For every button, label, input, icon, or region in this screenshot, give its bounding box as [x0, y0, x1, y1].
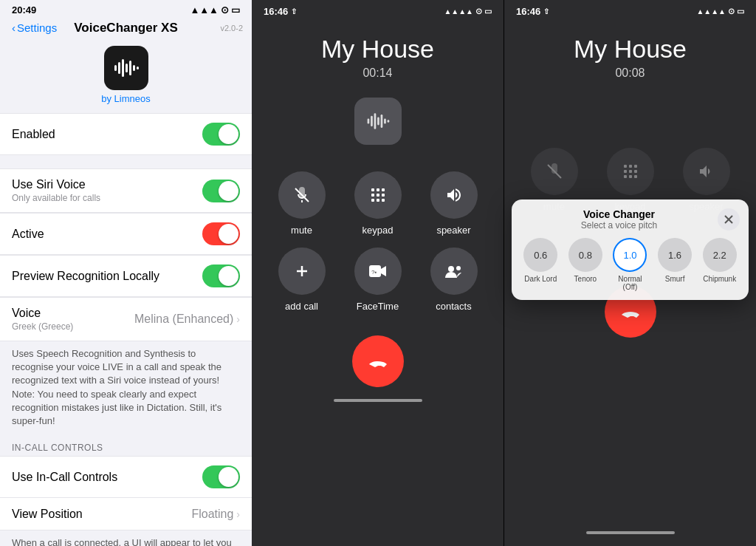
- dark-lord-option[interactable]: 0.6 Dark Lord: [520, 238, 561, 291]
- location-icon: ⇧: [291, 7, 297, 16]
- svg-rect-8: [371, 116, 373, 126]
- active-cell[interactable]: Active: [0, 213, 252, 255]
- svg-rect-19: [371, 194, 374, 197]
- wifi-icon: ⊙: [221, 4, 229, 16]
- svg-rect-0: [114, 65, 117, 71]
- phone1-call-name: My House: [252, 35, 504, 64]
- facetime-button[interactable]: ?▪ FaceTime: [346, 248, 410, 312]
- chipmunk-value: 2.2: [713, 250, 726, 261]
- svg-rect-4: [129, 61, 131, 75]
- voice-sublabel: Greek (Greece): [12, 321, 73, 332]
- voice-changer-popup: Voice Changer Select a voice pitch 0.6 D…: [512, 199, 749, 300]
- svg-text:?▪: ?▪: [371, 269, 377, 276]
- phone1-time: 16:46: [264, 6, 288, 17]
- in-call-group: Use In-Call Controls View Position Float…: [0, 456, 252, 530]
- speaker-button[interactable]: speaker: [422, 171, 486, 236]
- phone1-time-section: 16:46 ⇧: [264, 6, 297, 17]
- popup-close-button[interactable]: [718, 208, 740, 231]
- voice-value[interactable]: Melina (Enhanced) ›: [134, 313, 240, 326]
- back-label: Settings: [17, 21, 57, 34]
- active-toggle[interactable]: [202, 222, 240, 245]
- chevron-right-icon: ›: [236, 508, 240, 520]
- svg-point-29: [448, 266, 454, 272]
- svg-rect-38: [624, 175, 627, 178]
- svg-rect-7: [367, 118, 369, 123]
- voice-options: 0.6 Dark Lord 0.8 Tenoro 1.0 Normal (Off…: [520, 238, 740, 291]
- active-group: Active: [0, 213, 252, 255]
- end-call-button[interactable]: [352, 335, 404, 387]
- info-text: Uses Speech Recognition and Synthesis to…: [0, 341, 252, 437]
- signal-icon: ▲▲▲▲: [444, 7, 473, 16]
- popup-title-section: Voice Changer Select a voice pitch: [520, 208, 718, 231]
- phone-screen-2: 16:46 ⇧ ▲▲▲▲ ⊙ ▭ My House 00:08 mute: [504, 0, 756, 546]
- signal-icon: ▲▲▲: [190, 4, 219, 16]
- toggle-knob: [219, 181, 238, 201]
- siri-voice-cell[interactable]: Use Siri Voice Only available for calls: [0, 168, 252, 213]
- enabled-toggle[interactable]: [202, 123, 240, 146]
- speaker-icon: [445, 186, 463, 204]
- nav-bar: ‹ Settings VoiceChanger XS v2.0-2: [0, 18, 252, 40]
- voice-cell[interactable]: Voice Greek (Greece) Melina (Enhanced) ›: [0, 297, 252, 341]
- preview-toggle[interactable]: [202, 265, 240, 287]
- back-button[interactable]: ‹ Settings: [12, 21, 57, 34]
- wifi-icon-2: ⊙: [728, 7, 735, 16]
- preview-label: Preview Recognition Locally: [12, 270, 159, 283]
- spacer-1: [0, 155, 252, 168]
- phone2-keypad-circle: [607, 148, 654, 195]
- add-call-button[interactable]: add call: [269, 248, 334, 312]
- battery-icon-2: ▭: [737, 7, 744, 16]
- active-label: Active: [12, 228, 44, 241]
- dark-lord-name: Dark Lord: [524, 275, 557, 283]
- phone-end-icon: [366, 349, 390, 373]
- siri-voice-toggle[interactable]: [202, 180, 240, 202]
- svg-rect-1: [118, 62, 120, 74]
- svg-rect-33: [629, 165, 632, 168]
- svg-rect-13: [387, 120, 389, 123]
- view-position-cell[interactable]: View Position Floating ›: [0, 498, 252, 530]
- app-author: by Limneos: [101, 93, 150, 104]
- svg-rect-9: [374, 113, 376, 129]
- use-in-call-cell[interactable]: Use In-Call Controls: [0, 456, 252, 498]
- svg-rect-12: [384, 118, 386, 123]
- in-call-info-text: When a call is connected, a UI will appe…: [0, 530, 252, 546]
- toggle-knob: [219, 467, 238, 487]
- preview-cell[interactable]: Preview Recognition Locally: [0, 255, 252, 297]
- popup-title: Voice Changer: [520, 208, 718, 220]
- mute-button[interactable]: mute: [269, 171, 334, 236]
- siri-voice-label: Use Siri Voice: [12, 178, 100, 191]
- settings-time: 20:49: [12, 4, 36, 16]
- toggle-knob: [219, 124, 238, 144]
- tenoro-option[interactable]: 0.8 Tenoro: [566, 238, 606, 291]
- version-badge: v2.0-2: [220, 24, 243, 33]
- phone2-time-section: 16:46 ⇧: [516, 6, 549, 17]
- chipmunk-option[interactable]: 2.2 Chipmunk: [699, 238, 740, 291]
- speaker-icon-circle: [430, 171, 478, 219]
- keypad-icon-circle: [354, 171, 402, 219]
- plus-icon: [293, 262, 311, 280]
- phone1-call-buttons: mute keypad: [252, 171, 504, 312]
- svg-rect-35: [624, 170, 627, 173]
- location-icon-2: ⇧: [543, 7, 549, 16]
- smurf-option[interactable]: 1.6 Smurf: [655, 238, 695, 291]
- siri-voice-sublabel: Only available for calls: [12, 193, 100, 203]
- normal-option[interactable]: 1.0 Normal (Off): [610, 238, 650, 291]
- expand-icon: [724, 214, 734, 225]
- speaker-label: speaker: [436, 225, 470, 236]
- svg-rect-40: [634, 175, 637, 178]
- contacts-button[interactable]: contacts: [422, 248, 486, 312]
- voice-changer-icon: [354, 98, 402, 145]
- svg-rect-20: [377, 194, 379, 197]
- settings-content: Enabled Use Siri Voice Only available fo…: [0, 113, 252, 546]
- view-position-value[interactable]: Floating ›: [191, 508, 240, 521]
- use-in-call-toggle[interactable]: [202, 465, 240, 488]
- keypad-label: keypad: [362, 225, 394, 236]
- status-icons: ▲▲▲ ⊙ ▭: [190, 4, 240, 16]
- phone-end-icon-2: [619, 300, 642, 324]
- enabled-cell[interactable]: Enabled: [0, 113, 252, 155]
- keypad-button[interactable]: keypad: [346, 171, 410, 236]
- nav-title: VoiceChanger XS: [74, 21, 177, 35]
- use-in-call-label: Use In-Call Controls: [12, 471, 117, 484]
- svg-rect-32: [624, 165, 627, 168]
- chipmunk-name: Chipmunk: [703, 275, 736, 283]
- svg-rect-17: [377, 188, 379, 191]
